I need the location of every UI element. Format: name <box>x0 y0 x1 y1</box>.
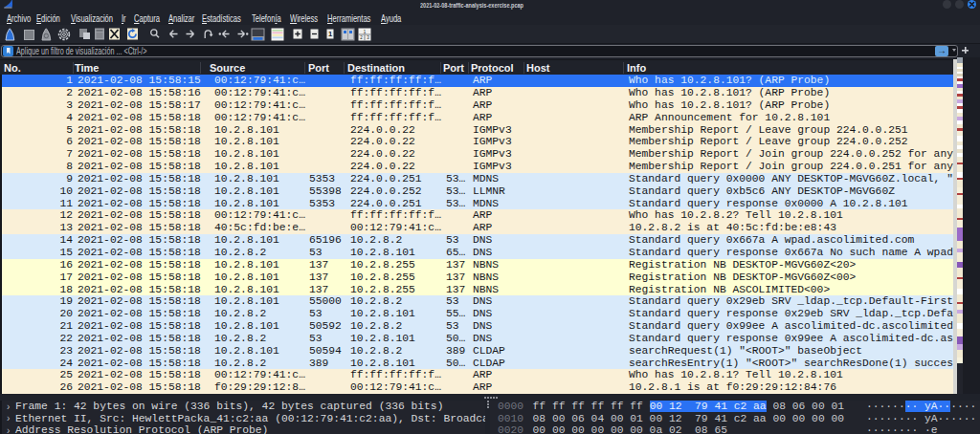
svg-text:1: 1 <box>328 30 332 38</box>
